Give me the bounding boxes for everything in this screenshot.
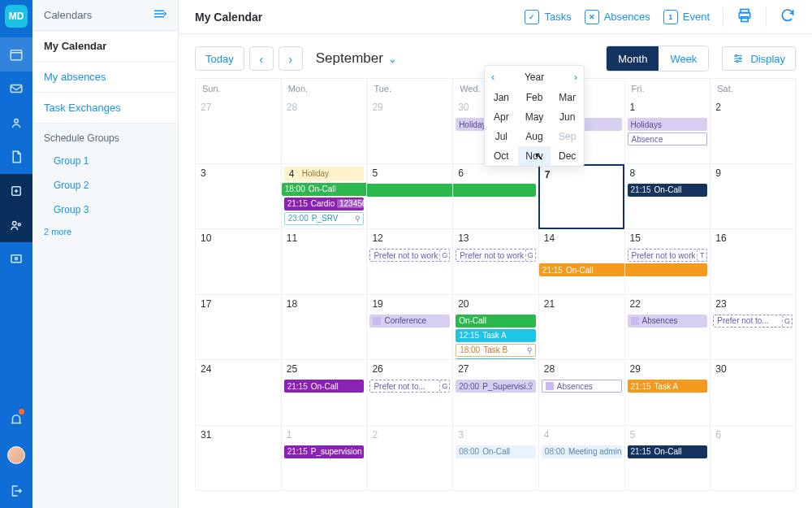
tasks-link[interactable]: ✓Tasks (525, 10, 571, 24)
day-cell[interactable]: 26 Prefer not to...G (366, 360, 452, 426)
event-meeting[interactable]: 08:00Meeting admin (542, 445, 622, 458)
picker-month[interactable]: Apr (485, 107, 518, 127)
picker-month[interactable]: Feb (518, 88, 551, 107)
sidebar-item-mycalendar[interactable]: My Calendar (32, 31, 178, 62)
day-cell[interactable]: 4Holiday 18:00On-Call 21:15Cardio 123456… (281, 164, 367, 230)
day-cell[interactable]: 23 Prefer not to...G (710, 295, 796, 361)
event-oncall[interactable]: 21:15On-Call (628, 184, 708, 197)
event-psup[interactable]: 20:00P_Supervisi...⚲ (456, 380, 536, 393)
event-prefer[interactable]: Prefer not to...G (713, 315, 793, 328)
day-cell[interactable]: 11 (281, 229, 367, 295)
event-taska[interactable]: 12:15Task A (456, 329, 536, 342)
event-prefer[interactable]: Prefer not to workG (369, 249, 450, 262)
event-prefer[interactable]: Prefer not to...G (369, 380, 450, 393)
view-week-button[interactable]: Week (659, 46, 708, 71)
day-cell[interactable]: 1 21:15P_supervision (281, 426, 367, 492)
collapse-icon[interactable] (152, 8, 166, 22)
event-oncall[interactable] (367, 184, 452, 197)
day-cell-today[interactable]: 7 (538, 164, 624, 230)
next-month-button[interactable]: › (279, 46, 303, 71)
picker-month[interactable]: Jun (551, 107, 584, 127)
day-cell[interactable]: 16 (710, 229, 796, 295)
event-prefer[interactable]: Prefer not to workT (628, 249, 708, 262)
picker-month[interactable]: Jan (485, 88, 518, 107)
event-oncall[interactable]: 21:15On-Call (628, 445, 708, 458)
doc-icon[interactable] (0, 140, 32, 174)
refresh-icon[interactable] (780, 7, 796, 27)
event-psup[interactable]: 21:15P_supervision (284, 445, 365, 458)
picker-month[interactable]: Oct (485, 146, 518, 166)
avatar[interactable] (7, 446, 25, 464)
day-cell[interactable]: 17 (195, 295, 281, 361)
day-cell[interactable]: 8 21:15On-Call (624, 164, 710, 230)
screen-icon[interactable] (0, 242, 32, 276)
day-cell[interactable]: 5 21:15On-Call (624, 426, 710, 492)
event-oncall[interactable]: 18:00On-Call (282, 183, 367, 196)
sidebar-group-3[interactable]: Group 3 (32, 198, 178, 222)
day-cell[interactable]: 20 On-Call 12:15Task A 18:00Task B⚲ 21:1… (452, 295, 538, 361)
day-cell[interactable]: 2 (366, 426, 452, 492)
mail-icon[interactable] (0, 72, 32, 106)
day-cell[interactable]: 4 08:00Meeting admin (538, 426, 624, 492)
event-psrv[interactable]: 23:00P_SRV⚲ (284, 212, 365, 225)
event-oncall[interactable]: 21:15On-Call (284, 380, 365, 393)
event-holidays[interactable]: Holidays (628, 118, 708, 131)
day-cell[interactable]: 31 (195, 426, 281, 492)
event-oncall[interactable]: 21:15On-Call (539, 263, 624, 276)
sidebar-item-absences[interactable]: My absences (32, 62, 178, 93)
prev-month-button[interactable]: ‹ (249, 46, 274, 71)
event-oncall[interactable] (625, 263, 708, 276)
day-cell[interactable]: 6 (452, 164, 538, 230)
day-cell[interactable]: 24 (195, 360, 281, 426)
hospital-icon[interactable] (0, 174, 32, 208)
event-conference[interactable]: Conference (369, 315, 450, 328)
event-link[interactable]: 1Event (663, 10, 710, 24)
day-cell[interactable]: 27 (195, 98, 281, 164)
today-button[interactable]: Today (195, 46, 244, 71)
day-cell[interactable]: 14 21:15On-Call (538, 229, 624, 295)
day-cell[interactable]: 25 21:15On-Call (281, 360, 367, 426)
picker-month[interactable]: May (518, 107, 551, 127)
picker-prev[interactable]: ‹ (491, 71, 495, 83)
event-cardio[interactable]: 21:15Cardio 123456 (284, 198, 365, 211)
picker-month[interactable]: Jul (485, 127, 518, 146)
display-button[interactable]: Display (722, 46, 796, 71)
event-absences[interactable]: Absences (628, 315, 708, 328)
day-cell[interactable]: 29 (366, 98, 452, 164)
sidebar-item-taskexchanges[interactable]: Task Exchanges (32, 93, 178, 124)
day-cell[interactable]: 28 Absences (538, 360, 624, 426)
logout-icon[interactable] (0, 474, 32, 508)
event-prefer[interactable]: Prefer not to workG (456, 249, 536, 262)
user-icon[interactable] (0, 106, 32, 140)
event-taskb[interactable]: 18:00Task B⚲ (456, 344, 536, 357)
event-taska[interactable]: 21:15Task A (628, 380, 708, 393)
day-cell[interactable]: 28 (281, 98, 367, 164)
view-month-button[interactable]: Month (607, 46, 659, 71)
sidebar-group-1[interactable]: Group 1 (32, 149, 178, 173)
day-cell[interactable]: 12 Prefer not to workG (366, 229, 452, 295)
event-oncall[interactable] (453, 184, 536, 197)
day-cell[interactable]: 6 (710, 426, 796, 492)
day-cell[interactable]: 10 (195, 229, 281, 295)
app-logo[interactable]: MD (5, 5, 28, 28)
print-icon[interactable] (736, 7, 753, 27)
day-cell[interactable]: 2 (710, 98, 796, 164)
month-picker-trigger[interactable]: September ⌄ (316, 50, 397, 67)
day-cell[interactable]: 3 08:00On-Call (452, 426, 538, 492)
picker-month[interactable]: Dec (551, 146, 584, 166)
picker-next[interactable]: › (574, 71, 577, 83)
day-cell[interactable]: 30 (710, 360, 796, 426)
picker-month[interactable]: Nov (518, 146, 551, 166)
day-cell[interactable]: 1 Holidays Absence (624, 98, 710, 164)
event-absence[interactable]: Absence (628, 132, 708, 145)
absences-link[interactable]: ✕Absences (585, 10, 650, 24)
day-cell[interactable]: 18 (281, 295, 367, 361)
event-oncall[interactable]: On-Call (456, 315, 536, 328)
event-absences[interactable]: Absences (542, 380, 622, 393)
sidebar-group-2[interactable]: Group 2 (32, 173, 178, 198)
day-cell[interactable]: 19 Conference (366, 295, 452, 361)
people-icon[interactable] (0, 208, 32, 242)
calendar-nav-icon[interactable] (0, 37, 32, 72)
day-cell[interactable]: 13 Prefer not to workG (452, 229, 538, 295)
day-cell[interactable]: 5 (366, 164, 452, 230)
